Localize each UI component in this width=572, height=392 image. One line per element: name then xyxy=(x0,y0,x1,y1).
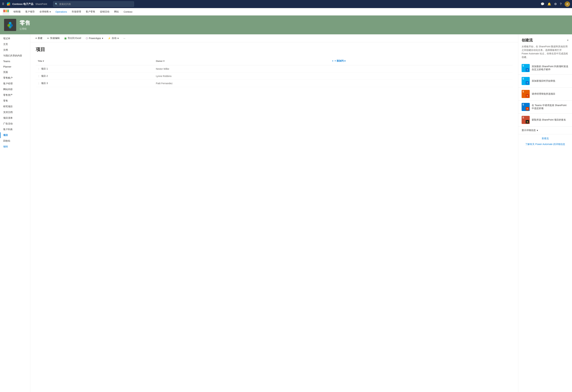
right-panel-description: 从模板开始，在 SharePoint 数据和其他应用之间创建自动化任务。选择模板… xyxy=(518,45,572,62)
nav-item-customer-retail[interactable]: 客户零售 xyxy=(84,8,97,15)
flow-label-2: 添加新项目时开始审批 xyxy=(532,79,555,83)
svg-rect-8 xyxy=(7,10,9,11)
flow-label-4: 在 Teams 中请求批准 SharePoint 中选定的项 xyxy=(532,104,569,110)
show-details-toggle[interactable]: 显示详细信息 ▾ xyxy=(518,126,572,134)
nav-item-promotions[interactable]: 促销活动 xyxy=(98,8,111,15)
chevron-down-icon: ▾ xyxy=(49,10,51,13)
learn-more-section: 了解有关 Power Automate 的详细信息 xyxy=(518,143,572,149)
site-subtitle: 公用组 xyxy=(19,28,30,30)
svg-point-4 xyxy=(8,4,10,6)
table-row[interactable]: ⋮ 项目 3 Patti Fernandez xyxy=(36,80,513,87)
search-box[interactable]: 🔍 xyxy=(53,1,134,7)
site-header-icon xyxy=(4,19,16,31)
sidebar-item-edit[interactable]: 编辑 xyxy=(0,144,30,150)
sidebar-item-teams[interactable]: Teams xyxy=(0,59,30,64)
right-panel-title: 创建流 xyxy=(522,38,533,43)
flow-item-3[interactable]: S O 请求经理审批所选项目 xyxy=(518,88,572,101)
add-column-header[interactable]: ＋ + 添加列 ▾ xyxy=(327,57,513,65)
excel-icon: ▦ xyxy=(64,37,66,40)
auto-button[interactable]: ⚡ 自动 ▾ xyxy=(106,36,120,41)
site-nav: 销售额 客户领导 全球销售 ▾ Operations 市场管理 客户零售 促销活… xyxy=(0,8,572,15)
new-button[interactable]: ＋ + 新建 xyxy=(33,36,44,41)
svg-rect-7 xyxy=(5,10,7,11)
nav-item-global-sales[interactable]: 全球销售 ▾ xyxy=(37,8,53,15)
nav-item-contoso[interactable]: Contoso xyxy=(122,8,134,15)
more-button[interactable]: ··· xyxy=(122,36,127,41)
sidebar-item-shared[interactable]: 与我们共享的内容 xyxy=(0,53,30,59)
site-nav-logo xyxy=(3,8,9,15)
top-icons: 💬 🔔 ⚙ ? P xyxy=(541,1,570,7)
sidebar-item-home[interactable]: 主页 xyxy=(0,41,30,47)
nav-item-sales[interactable]: 销售额 xyxy=(12,8,23,15)
chevron-down-icon: ▾ xyxy=(537,129,538,132)
new-label: + 新建 xyxy=(36,37,43,40)
sidebar-item-retail-accounts[interactable]: 零售账户 xyxy=(0,75,30,81)
powerapps-icon: ⬡ xyxy=(86,37,88,40)
list-toolbar: ＋ + 新建 ✏ 快速编辑 ▦ 导出到 Excel ⬡ PowerApps ▾ … xyxy=(30,34,518,42)
sidebar-item-docs[interactable]: 文档 xyxy=(0,47,30,53)
col-title[interactable]: Title ▾ xyxy=(36,57,154,65)
row3-owner: Patti Fernandez xyxy=(154,80,327,87)
powerapps-button[interactable]: ⬡ PowerApps ▾ xyxy=(84,36,105,41)
sidebar-item-project-list[interactable]: 项目清单 xyxy=(0,115,30,121)
settings-icon[interactable]: ⚙ xyxy=(554,2,557,6)
auto-chevron: ▾ xyxy=(117,37,119,40)
bell-icon[interactable]: 🔔 xyxy=(547,2,551,6)
close-panel-button[interactable]: × xyxy=(567,39,569,42)
main-container: 笔记本 主页 文档 与我们共享的内容 Teams Planner 页面 零售账户… xyxy=(0,34,572,392)
flow-label-1: 添加新的 SharePoint 列表项时发送自定义的电子邮件 xyxy=(532,65,569,71)
flow-icon-3: S O xyxy=(522,90,530,98)
sidebar-item-recycle[interactable]: 回收站 xyxy=(0,138,30,144)
flow-label-5: 获取所选 SharePoint 项目的签名 xyxy=(532,118,566,121)
nav-item-customer-lead[interactable]: 客户领导 xyxy=(23,8,37,15)
logo-icon xyxy=(6,2,11,6)
site-logo: Contoso 电子产品 SharePoint xyxy=(6,2,47,6)
sidebar-item-customer-list[interactable]: 客户列表 xyxy=(0,127,30,132)
user-avatar[interactable]: P xyxy=(565,1,570,7)
sidebar-item-retail-assets[interactable]: 零售资产 xyxy=(0,92,30,98)
sidebar-item-notebook[interactable]: 笔记本 xyxy=(0,36,30,41)
flow-icon-2: S O xyxy=(522,77,530,85)
col-owner[interactable]: Owner ▾ xyxy=(154,57,327,65)
flow-icon-4: S O xyxy=(522,103,530,111)
view-flow-link[interactable]: 查看流 xyxy=(542,137,549,140)
help-icon[interactable]: ? xyxy=(560,2,562,6)
search-input[interactable] xyxy=(59,3,132,5)
flow-item-4[interactable]: S O 在 Teams 中请求批准 SharePoint 中选定的项 xyxy=(518,101,572,113)
flow-icon-5: S ✍ xyxy=(522,116,530,124)
waffle-icon[interactable]: ⠿ xyxy=(2,2,4,6)
sidebar-item-pages[interactable]: 页面 xyxy=(0,69,30,75)
sidebar-item-research[interactable]: 研究项目 xyxy=(0,104,30,109)
nav-item-operations[interactable]: Operations xyxy=(53,8,69,15)
app-name: SharePoint xyxy=(35,3,47,5)
sidebar-item-retail[interactable]: 零售 xyxy=(0,98,30,104)
flow-item-1[interactable]: S O 添加新的 SharePoint 列表项时发送自定义的电子邮件 xyxy=(518,62,572,75)
chat-icon[interactable]: 💬 xyxy=(541,2,544,6)
table-row[interactable]: ⋮ 项目 2 Lynne Robbins xyxy=(36,73,513,80)
nav-item-website[interactable]: 网站 xyxy=(112,8,121,15)
flow-item-5[interactable]: S ✍ 获取所选 SharePoint 项目的签名 xyxy=(518,113,572,126)
powerapps-chevron: ▾ xyxy=(102,37,103,40)
row2-owner: Lynne Robbins xyxy=(154,73,327,80)
site-header-info: 零售 公用组 xyxy=(19,19,30,30)
sidebar-item-items[interactable]: 项目 xyxy=(0,132,30,138)
sidebar-item-customer-mgr[interactable]: 客户经理 xyxy=(0,81,30,87)
right-panel: 创建流 × 从模板开始，在 SharePoint 数据和其他应用之间创建自动化任… xyxy=(518,34,572,392)
sidebar-item-site-content[interactable]: 网站内容 xyxy=(0,87,30,92)
sidebar-item-ad-campaign[interactable]: 广告活动 xyxy=(0,121,30,127)
table-row[interactable]: ⋮ 项目 1 Nestor Wilke xyxy=(36,65,513,73)
quick-edit-button[interactable]: ✏ 快速编辑 xyxy=(46,36,61,41)
sidebar-item-planner[interactable]: Planner xyxy=(0,64,30,69)
svg-rect-9 xyxy=(3,11,5,12)
learn-more-link[interactable]: 了解有关 Power Automate 的详细信息 xyxy=(525,143,565,146)
sidebar: 笔记本 主页 文档 与我们共享的内容 Teams Planner 页面 零售账户… xyxy=(0,34,30,392)
nav-item-market-mgmt[interactable]: 市场管理 xyxy=(70,8,83,15)
flow-item-2[interactable]: S O 添加新项目时开始审批 xyxy=(518,75,572,88)
row2-title: ⋮ 项目 2 xyxy=(36,73,154,80)
site-name: Contoso 电子产品 xyxy=(12,2,33,6)
auto-icon: ⚡ xyxy=(108,37,111,40)
search-icon: 🔍 xyxy=(55,3,58,5)
sidebar-item-support-docs[interactable]: 支持文档 xyxy=(0,109,30,115)
row2-extra xyxy=(327,73,513,80)
export-excel-button[interactable]: ▦ 导出到 Excel xyxy=(63,36,83,41)
